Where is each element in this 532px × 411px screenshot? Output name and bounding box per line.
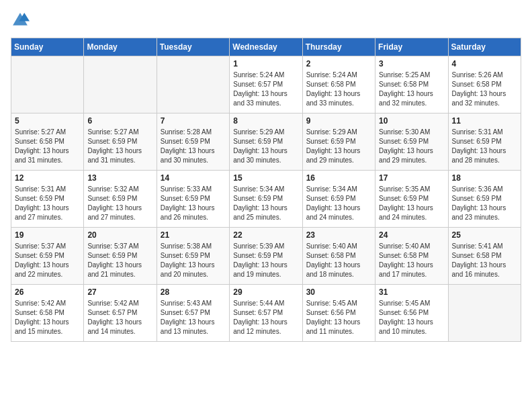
sunrise-label: Sunrise: 5:30 AM: [379, 128, 430, 136]
sunrise-label: Sunrise: 5:41 AM: [452, 242, 503, 250]
day-number: 13: [87, 173, 152, 183]
day-cell: 17 Sunrise: 5:35 AM Sunset: 6:59 PM Dayl…: [375, 171, 448, 228]
daylight-label: Daylight: 13 hours and 30 minutes.: [233, 147, 287, 164]
day-number: 29: [233, 287, 298, 297]
day-number: 25: [452, 230, 517, 240]
sunrise-label: Sunrise: 5:33 AM: [161, 185, 212, 193]
day-header-friday: Friday: [375, 38, 448, 56]
day-cell: 25 Sunrise: 5:41 AM Sunset: 6:58 PM Dayl…: [448, 228, 521, 285]
sunset-label: Sunset: 6:56 PM: [306, 309, 356, 316]
sunset-label: Sunset: 6:59 PM: [233, 195, 283, 202]
day-number: 20: [87, 230, 152, 240]
day-cell: 1 Sunrise: 5:24 AM Sunset: 6:57 PM Dayli…: [230, 56, 302, 113]
sunrise-label: Sunrise: 5:45 AM: [306, 300, 357, 307]
sunset-label: Sunset: 6:59 PM: [87, 195, 137, 202]
sunset-label: Sunset: 6:58 PM: [15, 309, 64, 316]
daylight-label: Daylight: 13 hours and 20 minutes.: [161, 261, 215, 278]
day-cell: 19 Sunrise: 5:37 AM Sunset: 6:59 PM Dayl…: [11, 228, 84, 285]
sunset-label: Sunset: 6:59 PM: [15, 195, 64, 202]
daylight-label: Daylight: 13 hours and 25 minutes.: [233, 204, 287, 221]
day-number: 6: [87, 116, 152, 126]
sunrise-label: Sunrise: 5:28 AM: [161, 128, 212, 136]
sunset-label: Sunset: 6:58 PM: [15, 138, 64, 145]
sunrise-label: Sunrise: 5:24 AM: [306, 71, 357, 79]
sunrise-label: Sunrise: 5:44 AM: [233, 300, 284, 307]
sunrise-label: Sunrise: 5:37 AM: [15, 242, 66, 250]
sunset-label: Sunset: 6:58 PM: [379, 81, 429, 88]
day-info: Sunrise: 5:36 AM Sunset: 6:59 PM Dayligh…: [452, 185, 517, 222]
daylight-label: Daylight: 13 hours and 17 minutes.: [379, 261, 433, 278]
day-cell: 8 Sunrise: 5:29 AM Sunset: 6:59 PM Dayli…: [230, 113, 302, 171]
day-info: Sunrise: 5:38 AM Sunset: 6:59 PM Dayligh…: [161, 242, 226, 279]
sunset-label: Sunset: 6:58 PM: [452, 81, 502, 88]
day-cell: [11, 56, 84, 113]
day-info: Sunrise: 5:26 AM Sunset: 6:58 PM Dayligh…: [452, 71, 517, 108]
day-number: 4: [452, 59, 517, 68]
sunrise-label: Sunrise: 5:29 AM: [306, 128, 357, 136]
daylight-label: Daylight: 13 hours and 32 minutes.: [452, 90, 506, 107]
sunset-label: Sunset: 6:57 PM: [233, 81, 283, 88]
calendar-table: SundayMondayTuesdayWednesdayThursdayFrid…: [11, 38, 521, 342]
logo-icon: [11, 11, 30, 30]
day-cell: [157, 56, 229, 113]
sunrise-label: Sunrise: 5:24 AM: [233, 71, 284, 79]
day-number: 5: [15, 116, 80, 126]
sunrise-label: Sunrise: 5:40 AM: [306, 242, 357, 250]
sunrise-label: Sunrise: 5:43 AM: [161, 300, 212, 307]
sunrise-label: Sunrise: 5:31 AM: [15, 185, 66, 193]
day-cell: 29 Sunrise: 5:44 AM Sunset: 6:57 PM Dayl…: [230, 285, 302, 342]
day-header-saturday: Saturday: [448, 38, 521, 56]
day-info: Sunrise: 5:29 AM Sunset: 6:59 PM Dayligh…: [233, 128, 298, 165]
day-info: Sunrise: 5:34 AM Sunset: 6:59 PM Dayligh…: [233, 185, 298, 222]
day-number: 12: [15, 173, 80, 183]
day-number: 31: [379, 287, 444, 297]
daylight-label: Daylight: 13 hours and 19 minutes.: [233, 261, 287, 278]
sunset-label: Sunset: 6:59 PM: [452, 195, 502, 202]
sunset-label: Sunset: 6:59 PM: [15, 252, 64, 259]
day-info: Sunrise: 5:42 AM Sunset: 6:58 PM Dayligh…: [15, 299, 80, 336]
sunrise-label: Sunrise: 5:26 AM: [452, 71, 503, 79]
day-info: Sunrise: 5:33 AM Sunset: 6:59 PM Dayligh…: [161, 185, 226, 222]
day-cell: [448, 285, 521, 342]
sunrise-label: Sunrise: 5:34 AM: [233, 185, 284, 193]
day-cell: 3 Sunrise: 5:25 AM Sunset: 6:58 PM Dayli…: [375, 56, 448, 113]
daylight-label: Daylight: 13 hours and 29 minutes.: [379, 147, 433, 164]
day-number: 30: [306, 287, 371, 297]
day-info: Sunrise: 5:40 AM Sunset: 6:58 PM Dayligh…: [379, 242, 444, 279]
day-cell: 13 Sunrise: 5:32 AM Sunset: 6:59 PM Dayl…: [84, 171, 157, 228]
day-cell: 2 Sunrise: 5:24 AM Sunset: 6:58 PM Dayli…: [302, 56, 375, 113]
week-row-5: 26 Sunrise: 5:42 AM Sunset: 6:58 PM Dayl…: [11, 285, 521, 342]
sunrise-label: Sunrise: 5:36 AM: [452, 185, 503, 193]
daylight-label: Daylight: 13 hours and 16 minutes.: [452, 261, 506, 278]
sunset-label: Sunset: 6:59 PM: [233, 138, 283, 145]
day-cell: 5 Sunrise: 5:27 AM Sunset: 6:58 PM Dayli…: [11, 113, 84, 171]
day-cell: 20 Sunrise: 5:37 AM Sunset: 6:59 PM Dayl…: [84, 228, 157, 285]
day-number: 21: [161, 230, 226, 240]
day-cell: 7 Sunrise: 5:28 AM Sunset: 6:59 PM Dayli…: [157, 113, 229, 171]
day-cell: 18 Sunrise: 5:36 AM Sunset: 6:59 PM Dayl…: [448, 171, 521, 228]
sunrise-label: Sunrise: 5:42 AM: [15, 300, 66, 307]
daylight-label: Daylight: 13 hours and 15 minutes.: [15, 318, 69, 335]
day-cell: 24 Sunrise: 5:40 AM Sunset: 6:58 PM Dayl…: [375, 228, 448, 285]
day-cell: 21 Sunrise: 5:38 AM Sunset: 6:59 PM Dayl…: [157, 228, 229, 285]
sunrise-label: Sunrise: 5:35 AM: [379, 185, 430, 193]
day-cell: 14 Sunrise: 5:33 AM Sunset: 6:59 PM Dayl…: [157, 171, 229, 228]
sunrise-label: Sunrise: 5:29 AM: [233, 128, 284, 136]
day-number: 26: [15, 287, 80, 297]
day-cell: 26 Sunrise: 5:42 AM Sunset: 6:58 PM Dayl…: [11, 285, 84, 342]
daylight-label: Daylight: 13 hours and 24 minutes.: [306, 204, 361, 221]
day-number: 27: [87, 287, 152, 297]
day-cell: 11 Sunrise: 5:31 AM Sunset: 6:59 PM Dayl…: [448, 113, 521, 171]
logo: [11, 11, 32, 30]
day-info: Sunrise: 5:42 AM Sunset: 6:57 PM Dayligh…: [87, 299, 152, 336]
daylight-label: Daylight: 13 hours and 33 minutes.: [233, 90, 287, 107]
day-cell: 28 Sunrise: 5:43 AM Sunset: 6:57 PM Dayl…: [157, 285, 229, 342]
sunset-label: Sunset: 6:59 PM: [306, 138, 356, 145]
day-cell: 4 Sunrise: 5:26 AM Sunset: 6:58 PM Dayli…: [448, 56, 521, 113]
day-cell: 16 Sunrise: 5:34 AM Sunset: 6:59 PM Dayl…: [302, 171, 375, 228]
sunrise-label: Sunrise: 5:32 AM: [87, 185, 138, 193]
daylight-label: Daylight: 13 hours and 31 minutes.: [87, 147, 142, 164]
sunrise-label: Sunrise: 5:38 AM: [161, 242, 212, 250]
day-number: 2: [306, 59, 371, 68]
day-number: 15: [233, 173, 298, 183]
